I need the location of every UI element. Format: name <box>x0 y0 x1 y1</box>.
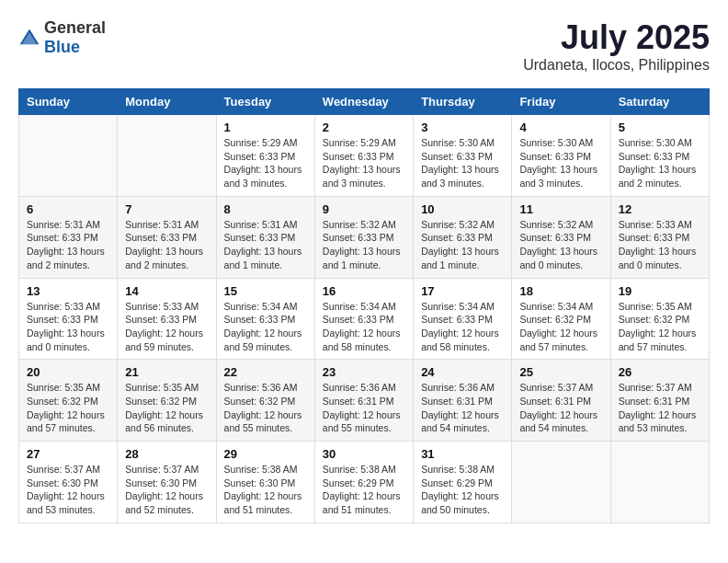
day-number: 8 <box>224 202 307 216</box>
day-number: 10 <box>421 202 504 216</box>
day-info: Sunrise: 5:30 AM Sunset: 6:33 PM Dayligh… <box>421 136 504 190</box>
calendar-cell: 4Sunrise: 5:30 AM Sunset: 6:33 PM Daylig… <box>512 115 610 197</box>
calendar-week-3: 13Sunrise: 5:33 AM Sunset: 6:33 PM Dayli… <box>19 278 710 360</box>
calendar-cell: 19Sunrise: 5:35 AM Sunset: 6:32 PM Dayli… <box>610 278 709 360</box>
day-info: Sunrise: 5:32 AM Sunset: 6:33 PM Dayligh… <box>421 218 504 272</box>
day-number: 27 <box>27 447 109 461</box>
weekday-header-monday: Monday <box>118 89 216 115</box>
weekday-header-thursday: Thursday <box>414 89 512 115</box>
day-info: Sunrise: 5:34 AM Sunset: 6:33 PM Dayligh… <box>323 300 405 354</box>
calendar-cell: 2Sunrise: 5:29 AM Sunset: 6:33 PM Daylig… <box>314 115 413 197</box>
calendar-cell: 21Sunrise: 5:35 AM Sunset: 6:32 PM Dayli… <box>118 360 216 442</box>
calendar-cell: 11Sunrise: 5:32 AM Sunset: 6:33 PM Dayli… <box>512 196 610 278</box>
day-number: 11 <box>519 202 602 216</box>
day-number: 6 <box>27 202 109 216</box>
day-info: Sunrise: 5:36 AM Sunset: 6:31 PM Dayligh… <box>323 381 405 435</box>
month-year: July 2025 <box>523 18 710 57</box>
day-number: 24 <box>421 365 504 379</box>
day-number: 4 <box>519 121 602 134</box>
calendar-cell: 7Sunrise: 5:31 AM Sunset: 6:33 PM Daylig… <box>118 196 216 278</box>
day-info: Sunrise: 5:36 AM Sunset: 6:32 PM Dayligh… <box>224 381 307 435</box>
day-number: 20 <box>27 365 109 379</box>
calendar-cell: 23Sunrise: 5:36 AM Sunset: 6:31 PM Dayli… <box>314 360 413 442</box>
weekday-header-tuesday: Tuesday <box>216 89 314 115</box>
day-number: 23 <box>323 365 405 379</box>
calendar-cell: 28Sunrise: 5:37 AM Sunset: 6:30 PM Dayli… <box>118 442 216 523</box>
day-info: Sunrise: 5:37 AM Sunset: 6:31 PM Dayligh… <box>619 381 701 435</box>
calendar-table: SundayMondayTuesdayWednesdayThursdayFrid… <box>18 88 710 523</box>
day-info: Sunrise: 5:37 AM Sunset: 6:30 PM Dayligh… <box>27 463 109 517</box>
calendar-cell: 12Sunrise: 5:33 AM Sunset: 6:33 PM Dayli… <box>610 196 709 278</box>
calendar-cell: 17Sunrise: 5:34 AM Sunset: 6:33 PM Dayli… <box>414 278 512 360</box>
logo-text: General Blue <box>44 18 106 57</box>
day-number: 29 <box>224 447 307 461</box>
day-number: 17 <box>421 284 504 298</box>
calendar-cell <box>19 115 118 197</box>
page-header: General Blue July 2025 Urdaneta, Ilocos,… <box>18 18 710 74</box>
day-number: 9 <box>323 202 405 216</box>
calendar-cell: 18Sunrise: 5:34 AM Sunset: 6:32 PM Dayli… <box>512 278 610 360</box>
weekday-header-wednesday: Wednesday <box>314 89 413 115</box>
day-info: Sunrise: 5:34 AM Sunset: 6:33 PM Dayligh… <box>421 300 504 354</box>
day-number: 12 <box>619 202 701 216</box>
calendar-cell: 1Sunrise: 5:29 AM Sunset: 6:33 PM Daylig… <box>216 115 314 197</box>
day-info: Sunrise: 5:38 AM Sunset: 6:29 PM Dayligh… <box>421 463 504 517</box>
location: Urdaneta, Ilocos, Philippines <box>523 57 710 74</box>
calendar-cell: 10Sunrise: 5:32 AM Sunset: 6:33 PM Dayli… <box>414 196 512 278</box>
day-info: Sunrise: 5:35 AM Sunset: 6:32 PM Dayligh… <box>125 381 208 435</box>
day-number: 16 <box>323 284 405 298</box>
calendar-cell: 26Sunrise: 5:37 AM Sunset: 6:31 PM Dayli… <box>610 360 709 442</box>
day-info: Sunrise: 5:35 AM Sunset: 6:32 PM Dayligh… <box>27 381 109 435</box>
day-number: 18 <box>519 284 602 298</box>
calendar-cell: 29Sunrise: 5:38 AM Sunset: 6:30 PM Dayli… <box>216 442 314 523</box>
calendar-cell: 31Sunrise: 5:38 AM Sunset: 6:29 PM Dayli… <box>414 442 512 523</box>
day-info: Sunrise: 5:38 AM Sunset: 6:29 PM Dayligh… <box>323 463 405 517</box>
day-number: 26 <box>619 365 701 379</box>
day-info: Sunrise: 5:29 AM Sunset: 6:33 PM Dayligh… <box>224 136 307 190</box>
day-info: Sunrise: 5:37 AM Sunset: 6:31 PM Dayligh… <box>519 381 602 435</box>
day-info: Sunrise: 5:33 AM Sunset: 6:33 PM Dayligh… <box>125 300 208 354</box>
day-info: Sunrise: 5:34 AM Sunset: 6:32 PM Dayligh… <box>519 300 602 354</box>
calendar-cell: 27Sunrise: 5:37 AM Sunset: 6:30 PM Dayli… <box>19 442 118 523</box>
calendar-cell: 20Sunrise: 5:35 AM Sunset: 6:32 PM Dayli… <box>19 360 118 442</box>
day-number: 5 <box>619 121 701 134</box>
day-number: 14 <box>125 284 208 298</box>
day-info: Sunrise: 5:37 AM Sunset: 6:30 PM Dayligh… <box>125 463 208 517</box>
logo-blue: Blue <box>44 38 80 56</box>
day-number: 28 <box>125 447 208 461</box>
weekday-header-friday: Friday <box>512 89 610 115</box>
day-info: Sunrise: 5:31 AM Sunset: 6:33 PM Dayligh… <box>224 218 307 272</box>
calendar-cell: 25Sunrise: 5:37 AM Sunset: 6:31 PM Dayli… <box>512 360 610 442</box>
day-info: Sunrise: 5:30 AM Sunset: 6:33 PM Dayligh… <box>619 136 701 190</box>
weekday-header-row: SundayMondayTuesdayWednesdayThursdayFrid… <box>19 89 710 115</box>
day-info: Sunrise: 5:31 AM Sunset: 6:33 PM Dayligh… <box>27 218 109 272</box>
calendar-cell: 15Sunrise: 5:34 AM Sunset: 6:33 PM Dayli… <box>216 278 314 360</box>
day-info: Sunrise: 5:36 AM Sunset: 6:31 PM Dayligh… <box>421 381 504 435</box>
title-block: July 2025 Urdaneta, Ilocos, Philippines <box>523 18 710 74</box>
calendar-cell: 3Sunrise: 5:30 AM Sunset: 6:33 PM Daylig… <box>414 115 512 197</box>
calendar-cell: 5Sunrise: 5:30 AM Sunset: 6:33 PM Daylig… <box>610 115 709 197</box>
day-info: Sunrise: 5:33 AM Sunset: 6:33 PM Dayligh… <box>619 218 701 272</box>
day-number: 22 <box>224 365 307 379</box>
day-number: 7 <box>125 202 208 216</box>
calendar-cell: 24Sunrise: 5:36 AM Sunset: 6:31 PM Dayli… <box>414 360 512 442</box>
calendar-cell: 8Sunrise: 5:31 AM Sunset: 6:33 PM Daylig… <box>216 196 314 278</box>
day-number: 1 <box>224 121 307 134</box>
day-info: Sunrise: 5:30 AM Sunset: 6:33 PM Dayligh… <box>519 136 602 190</box>
calendar-cell: 13Sunrise: 5:33 AM Sunset: 6:33 PM Dayli… <box>19 278 118 360</box>
day-info: Sunrise: 5:33 AM Sunset: 6:33 PM Dayligh… <box>27 300 109 354</box>
calendar-cell: 30Sunrise: 5:38 AM Sunset: 6:29 PM Dayli… <box>314 442 413 523</box>
calendar-cell: 22Sunrise: 5:36 AM Sunset: 6:32 PM Dayli… <box>216 360 314 442</box>
day-number: 3 <box>421 121 504 134</box>
day-info: Sunrise: 5:35 AM Sunset: 6:32 PM Dayligh… <box>619 300 701 354</box>
day-number: 19 <box>619 284 701 298</box>
logo-general: General <box>44 18 106 37</box>
weekday-header-sunday: Sunday <box>19 89 118 115</box>
day-number: 31 <box>421 447 504 461</box>
calendar-week-4: 20Sunrise: 5:35 AM Sunset: 6:32 PM Dayli… <box>19 360 710 442</box>
calendar-cell: 16Sunrise: 5:34 AM Sunset: 6:33 PM Dayli… <box>314 278 413 360</box>
day-number: 2 <box>323 121 405 134</box>
calendar-cell: 6Sunrise: 5:31 AM Sunset: 6:33 PM Daylig… <box>19 196 118 278</box>
day-number: 13 <box>27 284 109 298</box>
day-info: Sunrise: 5:32 AM Sunset: 6:33 PM Dayligh… <box>323 218 405 272</box>
